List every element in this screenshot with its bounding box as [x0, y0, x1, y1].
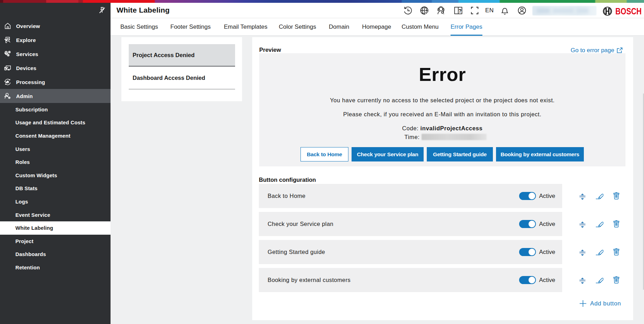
svg-text:?: ? [459, 8, 462, 14]
